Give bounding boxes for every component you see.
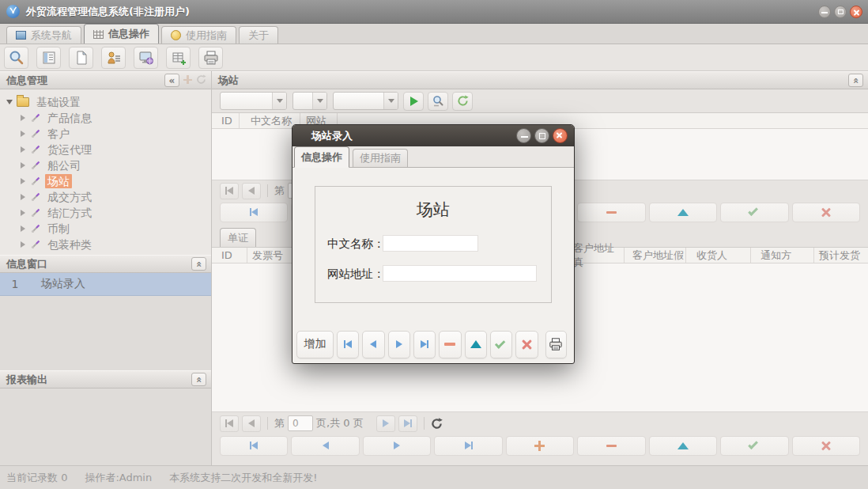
chinese-name-input[interactable] (383, 235, 478, 252)
edit-row-button[interactable] (649, 203, 717, 222)
page-prefix: 第 (274, 184, 285, 198)
collapse-up-icon[interactable]: « (191, 257, 206, 271)
first-record-button[interactable] (220, 436, 288, 456)
tab-user-guide[interactable]: 使用指南 (161, 26, 236, 44)
prev-page-button[interactable] (242, 415, 261, 432)
tree-node[interactable]: 币制 (0, 221, 211, 237)
tab-info-operation[interactable]: 信息操作 (84, 24, 159, 44)
chevron-down-icon[interactable] (272, 93, 286, 109)
collapse-up-icon[interactable]: « (848, 74, 863, 87)
column-header[interactable]: 收货人 (686, 248, 751, 263)
tab-about[interactable]: 关于 (239, 26, 278, 44)
refresh-icon[interactable] (431, 418, 443, 430)
website-address-input[interactable] (383, 265, 537, 282)
filter-combo-1[interactable] (220, 92, 287, 110)
confirm-button[interactable] (720, 436, 788, 456)
delete-record-button[interactable] (439, 331, 461, 358)
tree-node[interactable]: 船公司 (0, 157, 211, 173)
first-record-button[interactable] (337, 331, 359, 358)
dialog-tab-user-guide[interactable]: 使用指南 (353, 149, 408, 167)
add-row-button[interactable] (506, 436, 574, 456)
next-record-button[interactable] (363, 436, 431, 456)
tree-node[interactable]: 结汇方式 (0, 205, 211, 221)
page-number-input[interactable] (288, 415, 313, 431)
last-record-button[interactable] (413, 331, 436, 358)
maximize-button[interactable] (834, 6, 847, 18)
collapse-arrow-icon[interactable] (6, 100, 13, 104)
edit-record-button[interactable] (465, 331, 487, 358)
tree-node[interactable]: 产品信息 (0, 110, 211, 126)
column-header[interactable]: 预计发货 (814, 248, 868, 263)
dialog-close-button[interactable] (553, 128, 568, 143)
dialog-tab-info-operation[interactable]: 信息操作 (294, 146, 349, 168)
first-page-button[interactable] (220, 183, 239, 199)
table-add-button[interactable] (166, 47, 191, 69)
tab-system-nav[interactable]: 系统导航 (6, 26, 81, 44)
add-button[interactable]: 增加 (296, 331, 334, 358)
tree-node[interactable]: 成交方式 (0, 189, 211, 205)
refresh-button[interactable] (452, 92, 473, 111)
column-header[interactable]: 客户地址假 (625, 248, 686, 263)
person-report-button[interactable] (101, 47, 126, 69)
document-button[interactable] (69, 47, 93, 69)
chevron-down-icon[interactable] (383, 93, 398, 109)
next-record-button[interactable] (388, 331, 410, 358)
expand-arrow-icon[interactable] (21, 210, 25, 216)
advanced-search-button[interactable] (428, 92, 448, 111)
run-query-button[interactable] (403, 92, 424, 111)
expand-arrow-icon[interactable] (21, 241, 25, 248)
expand-arrow-icon[interactable] (21, 146, 25, 153)
confirm-button[interactable] (490, 331, 512, 358)
last-record-button[interactable] (434, 436, 502, 456)
tree-node[interactable]: 货运代理 (0, 142, 211, 157)
expand-arrow-icon[interactable] (21, 162, 25, 169)
delete-row-button[interactable] (577, 436, 645, 456)
prev-record-button[interactable] (362, 331, 384, 358)
expand-arrow-icon[interactable] (21, 178, 25, 184)
column-header[interactable]: 通知方 (751, 248, 814, 263)
prev-record-button[interactable] (291, 436, 359, 456)
printer-button[interactable] (198, 47, 223, 69)
expand-arrow-icon[interactable] (21, 115, 25, 121)
tab-documents[interactable]: 单证 (220, 228, 256, 247)
refresh-tree-icon[interactable] (195, 74, 206, 87)
add-node-icon[interactable] (182, 74, 193, 86)
dialog-minimize-button[interactable] (516, 128, 531, 143)
expand-arrow-icon[interactable] (21, 131, 25, 137)
window-list-item[interactable]: 1 场站录入 (0, 273, 211, 296)
collapse-left-icon[interactable]: « (164, 74, 179, 87)
edit-row-button[interactable] (649, 436, 717, 456)
dialog-footer: 增加 (296, 330, 570, 358)
cancel-button[interactable] (792, 436, 860, 456)
next-page-button[interactable] (376, 415, 395, 432)
first-page-button[interactable] (220, 415, 239, 432)
expand-arrow-icon[interactable] (21, 226, 25, 232)
monitor-globe-button[interactable] (134, 47, 158, 69)
cancel-button[interactable] (515, 331, 538, 358)
collapse-up-icon[interactable]: « (191, 373, 206, 386)
print-button[interactable] (545, 331, 567, 358)
tree-node-root[interactable]: 基础设置 (0, 94, 211, 110)
cancel-button[interactable] (792, 203, 860, 222)
filter-combo-3[interactable] (333, 92, 398, 110)
tree-node-selected[interactable]: 场站 (0, 173, 211, 189)
minimize-button[interactable] (818, 6, 831, 18)
help-icon (171, 30, 181, 40)
column-header[interactable]: 客户地址真 (571, 248, 625, 263)
column-header[interactable]: ID (212, 113, 240, 128)
delete-row-button[interactable] (577, 203, 645, 222)
first-record-button[interactable] (220, 203, 288, 222)
last-page-button[interactable] (398, 415, 417, 432)
tree-node[interactable]: 包装种类 (0, 237, 211, 252)
chevron-down-icon[interactable] (312, 93, 326, 109)
confirm-button[interactable] (720, 203, 788, 222)
column-header[interactable]: ID (212, 248, 247, 263)
prev-page-button[interactable] (242, 183, 261, 199)
close-button[interactable] (850, 6, 862, 18)
search-button[interactable] (4, 47, 28, 69)
expand-arrow-icon[interactable] (21, 194, 25, 200)
filter-combo-2[interactable] (292, 92, 327, 110)
form-button[interactable] (36, 47, 61, 69)
tree-node[interactable]: 客户 (0, 126, 211, 142)
dialog-maximize-button[interactable] (534, 128, 549, 143)
